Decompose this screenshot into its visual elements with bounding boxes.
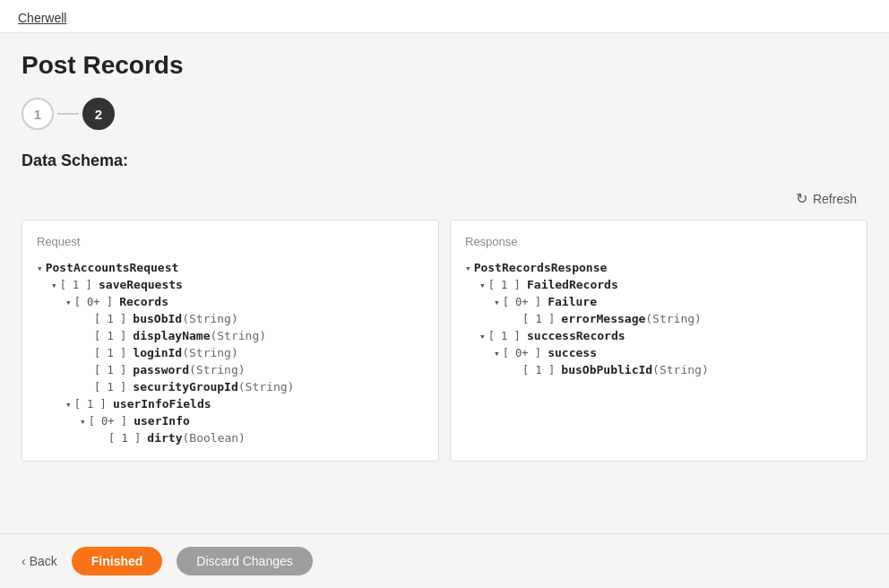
field-name: successRecords <box>527 329 626 342</box>
field-name: errorMessage <box>561 312 645 325</box>
field-name: success <box>548 346 597 359</box>
tree-row: ▾ [ 0+ ] Records <box>37 293 424 310</box>
field-type: (String) <box>652 363 709 376</box>
chevron-icon[interactable]: ▾ <box>65 399 72 411</box>
back-arrow-icon: ‹ <box>22 554 26 568</box>
step-2[interactable]: 2 <box>82 98 115 130</box>
chevron-icon[interactable]: ▾ <box>65 297 72 308</box>
field-type: (String) <box>645 312 702 325</box>
response-panel-header: Response <box>465 235 852 248</box>
response-tree: ▾ PostRecordsResponse ▾ [ 1 ] FailedReco… <box>465 259 852 378</box>
bracket: [ 0+ ] <box>89 415 134 428</box>
tree-row: ▾ PostAccountsRequest <box>37 259 424 276</box>
bracket: [ 1 ] <box>74 398 113 411</box>
bracket: [ 0+ ] <box>503 296 548 308</box>
tree-row: ▾ [ 0+ ] success <box>465 344 852 361</box>
request-panel: Request ▾ PostAccountsRequest ▾ [ 1 <box>22 220 439 462</box>
chevron-icon[interactable]: ▾ <box>479 331 486 342</box>
bracket: [ 1 ] <box>488 279 527 291</box>
refresh-label: Refresh <box>813 192 857 206</box>
refresh-icon: ↻ <box>796 190 807 207</box>
field-type: (String) <box>238 380 295 393</box>
tree-row: [ 1 ] busObId (String) <box>37 310 424 327</box>
root-name: PostRecordsResponse <box>474 261 608 274</box>
chevron-icon[interactable]: ▾ <box>479 280 486 291</box>
field-name: securityGroupId <box>133 380 237 393</box>
tree-row: ▾ [ 1 ] userInfoFields <box>37 395 424 412</box>
field-name: userInfoFields <box>113 397 211 411</box>
tree-row: ▾ [ 0+ ] userInfo <box>37 412 424 429</box>
tree-row: ▾ [ 1 ] FailedRecords <box>465 276 852 293</box>
schema-panels: Request ▾ PostAccountsRequest ▾ [ 1 <box>22 220 867 462</box>
chevron-icon[interactable]: ▾ <box>465 263 471 274</box>
tree-row: ▾ PostRecordsResponse <box>465 259 852 276</box>
refresh-row: ↻ Refresh <box>22 185 867 212</box>
field-type: (String) <box>210 329 266 342</box>
bracket: [ 1 ] <box>94 313 133 325</box>
field-type: (Boolean) <box>183 431 246 445</box>
step-2-number: 2 <box>95 107 102 122</box>
root-name: PostAccountsRequest <box>46 261 179 274</box>
refresh-button[interactable]: ↻ Refresh <box>785 185 867 212</box>
field-name: Failure <box>548 295 597 308</box>
chevron-icon[interactable]: ▾ <box>37 263 43 274</box>
back-label: Back <box>30 554 57 568</box>
bracket: [ 0+ ] <box>503 347 548 359</box>
page-wrapper: Cherwell Post Records 1 2 Data Schema: ↻… <box>0 0 889 588</box>
bracket: [ 1 ] <box>94 381 133 393</box>
tree-row: ▾ [ 1 ] successRecords <box>465 327 852 344</box>
field-type: (String) <box>182 346 238 359</box>
step-1[interactable]: 1 <box>22 98 54 130</box>
chevron-icon[interactable]: ▾ <box>494 348 500 359</box>
main-content: Post Records 1 2 Data Schema: ↻ Refresh <box>0 33 889 533</box>
tree-row: [ 1 ] dirty (Boolean) <box>37 429 424 446</box>
chevron-icon[interactable]: ▾ <box>494 297 500 308</box>
back-button[interactable]: ‹ Back <box>22 554 57 568</box>
bracket: [ 0+ ] <box>74 296 120 308</box>
finished-button[interactable]: Finished <box>72 547 163 575</box>
field-name: busObPublicId <box>561 363 652 376</box>
tree-row: ▾ [ 0+ ] Failure <box>465 293 852 310</box>
field-name: busObId <box>133 312 182 325</box>
request-panel-header: Request <box>37 235 424 248</box>
tree-row: [ 1 ] errorMessage (String) <box>465 310 852 327</box>
discard-button[interactable]: Discard Changes <box>177 547 312 575</box>
breadcrumb-bar: Cherwell <box>0 0 889 33</box>
page-title: Post Records <box>22 51 867 80</box>
chevron-icon[interactable]: ▾ <box>51 280 57 291</box>
step-1-number: 1 <box>34 107 41 122</box>
breadcrumb-link[interactable]: Cherwell <box>18 11 66 25</box>
bracket: [ 1 ] <box>522 313 561 325</box>
bracket: [ 1 ] <box>108 432 147 445</box>
field-name: displayName <box>133 329 210 342</box>
field-name: userInfo <box>134 414 190 428</box>
bracket: [ 1 ] <box>488 330 527 342</box>
bracket: [ 1 ] <box>94 330 133 342</box>
field-type: (String) <box>182 312 238 325</box>
bracket: [ 1 ] <box>522 364 561 376</box>
section-title: Data Schema: <box>22 151 867 170</box>
tree-row: ▾ [ 1 ] saveRequests <box>37 276 424 293</box>
field-type: (String) <box>189 363 246 376</box>
field-name: saveRequests <box>99 278 183 291</box>
schema-area: ↻ Refresh Request ▾ PostAccountsRequest <box>22 185 867 462</box>
tree-row: [ 1 ] password (String) <box>37 361 424 378</box>
bracket: [ 1 ] <box>94 364 133 376</box>
request-tree: ▾ PostAccountsRequest ▾ [ 1 ] saveReques… <box>37 259 424 446</box>
step-connector <box>57 113 79 115</box>
tree-row: [ 1 ] busObPublicId (String) <box>465 361 852 378</box>
field-name: password <box>133 363 189 376</box>
chevron-icon[interactable]: ▾ <box>80 416 86 428</box>
tree-row: [ 1 ] loginId (String) <box>37 344 424 361</box>
field-name: Records <box>119 295 168 308</box>
field-name: dirty <box>147 431 182 445</box>
field-name: FailedRecords <box>527 278 618 291</box>
footer-bar: ‹ Back Finished Discard Changes <box>0 533 889 588</box>
response-panel: Response ▾ PostRecordsResponse ▾ [ 1 <box>450 220 867 462</box>
tree-row: [ 1 ] securityGroupId (String) <box>37 378 424 395</box>
steps-row: 1 2 <box>22 98 867 130</box>
field-name: loginId <box>133 346 182 359</box>
bracket: [ 1 ] <box>60 279 99 291</box>
bracket: [ 1 ] <box>94 347 133 359</box>
tree-row: [ 1 ] displayName (String) <box>37 327 424 344</box>
